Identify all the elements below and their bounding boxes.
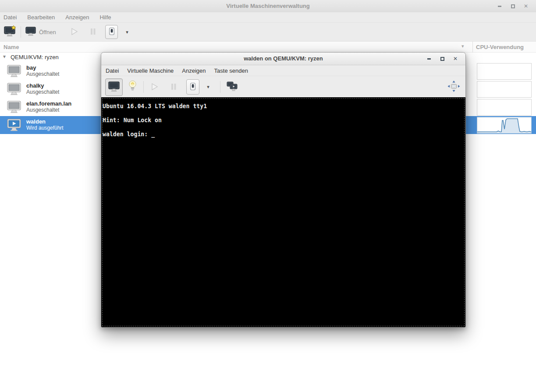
vm-name: chalky <box>26 82 44 89</box>
menu-datei[interactable]: Datei <box>4 14 17 21</box>
dual-monitors-icon <box>227 81 238 93</box>
vm-name: elan.foreman.lan <box>26 100 71 107</box>
shutdown-menu-button[interactable]: ▾ <box>123 29 131 35</box>
run-button[interactable] <box>69 27 80 37</box>
console-text-line: Ubuntu 16.04.3 LTS walden tty1 <box>103 103 465 110</box>
shutdown-button[interactable] <box>186 79 199 95</box>
console-window-controls: ✕ <box>422 53 462 65</box>
play-icon <box>150 82 159 92</box>
vm-off-icon <box>7 101 21 115</box>
close-button[interactable]: ✕ <box>519 0 532 12</box>
close-icon: ✕ <box>524 4 528 9</box>
caret-down-icon: ▾ <box>207 85 209 89</box>
open-vm-icon <box>25 27 36 38</box>
cpu-usage-graph <box>477 99 532 116</box>
manager-window-title: Virtuelle Maschinenverwaltung <box>0 3 536 9</box>
maximize-icon <box>511 4 515 8</box>
cpu-usage-graph <box>477 81 532 98</box>
toolbar-separator <box>21 26 21 38</box>
guest-console-display[interactable]: Ubuntu 16.04.3 LTS walden tty1 Hint: Num… <box>101 97 465 327</box>
shutdown-icon <box>108 27 115 37</box>
new-vm-icon <box>4 25 16 38</box>
menu-virtuelle-maschine[interactable]: Virtuelle Maschine <box>127 67 174 74</box>
column-cpu[interactable]: CPU-Verwendung <box>476 44 524 50</box>
maximize-button[interactable] <box>506 0 519 12</box>
shutdown-icon <box>189 82 196 92</box>
pause-button[interactable] <box>169 82 178 92</box>
sort-indicator-icon[interactable]: ▾ <box>461 43 464 49</box>
close-icon: ✕ <box>453 56 458 61</box>
console-text-line <box>103 124 465 131</box>
open-vm-label: Öffnen <box>39 29 56 35</box>
column-separator <box>472 42 473 53</box>
manager-titlebar[interactable]: Virtuelle Maschinenverwaltung ✕ <box>0 0 536 13</box>
show-manager-button[interactable] <box>226 81 239 93</box>
maximize-button[interactable] <box>436 53 449 65</box>
list-header: Name ▾ CPU-Verwendung <box>0 41 536 53</box>
console-menubar: Datei Virtuelle Maschine Anzeigen Taste … <box>101 65 465 76</box>
pause-icon <box>170 83 177 92</box>
manager-menubar: Datei Bearbeiten Anzeigen Hilfe <box>0 12 536 23</box>
connection-label: QEMU/KVM: ryzen <box>11 54 59 60</box>
lightbulb-icon <box>128 80 137 93</box>
minimize-button[interactable] <box>422 53 436 65</box>
console-text-line: Hint: Num Lock on <box>103 117 465 124</box>
shutdown-button[interactable] <box>105 25 118 39</box>
show-details-button[interactable] <box>126 80 138 94</box>
console-toolbar: ▾ <box>101 76 465 98</box>
column-name[interactable]: Name <box>4 44 19 50</box>
minimize-button[interactable] <box>493 0 506 12</box>
toolbar-separator <box>143 81 144 93</box>
vm-name: bay <box>26 64 36 71</box>
shutdown-menu-button[interactable]: ▾ <box>204 84 212 90</box>
cpu-usage-graph <box>477 63 532 80</box>
menu-taste-senden[interactable]: Taste senden <box>214 67 248 74</box>
pause-icon <box>89 28 96 37</box>
toolbar-separator <box>220 81 220 93</box>
manager-window-controls: ✕ <box>493 0 532 12</box>
pause-button[interactable] <box>88 27 98 37</box>
play-icon <box>70 27 79 37</box>
minimize-icon <box>427 58 431 60</box>
console-monitor-icon <box>108 81 120 93</box>
new-vm-button[interactable] <box>4 25 17 38</box>
run-button[interactable] <box>149 82 160 92</box>
vm-running-icon <box>7 119 21 133</box>
vm-off-icon <box>7 83 21 97</box>
menu-hilfe[interactable]: Hilfe <box>99 14 111 21</box>
close-button[interactable]: ✕ <box>449 53 462 65</box>
console-text-line: walden login: _ <box>103 131 465 138</box>
fullscreen-icon <box>447 80 460 94</box>
minimize-icon <box>498 6 501 7</box>
vm-status: Ausgeschaltet <box>26 89 59 95</box>
vm-off-icon <box>7 65 21 79</box>
cpu-usage-graph <box>477 117 532 134</box>
menu-datei[interactable]: Datei <box>106 67 119 74</box>
desktop: Virtuelle Maschinenverwaltung ✕ Datei Be… <box>0 0 536 392</box>
vm-status: Ausgeschaltet <box>26 71 59 77</box>
manager-toolbar: Öffnen ▾ <box>0 23 536 41</box>
vm-status: Wird ausgeführt <box>26 125 64 131</box>
console-text-line <box>103 110 465 117</box>
vm-name: walden <box>26 118 46 125</box>
fullscreen-button[interactable] <box>447 80 461 93</box>
show-console-button[interactable] <box>105 78 123 96</box>
console-titlebar[interactable]: walden on QEMU/KVM: ryzen ✕ <box>101 53 465 65</box>
vm-status: Ausgeschaltet <box>26 107 59 113</box>
menu-anzeigen[interactable]: Anzeigen <box>182 67 206 74</box>
vm-console-window: walden on QEMU/KVM: ryzen ✕ Datei Virtue… <box>101 52 466 328</box>
expander-icon[interactable]: ▾ <box>3 53 6 60</box>
open-vm-button[interactable]: Öffnen <box>25 26 56 38</box>
menu-anzeigen[interactable]: Anzeigen <box>65 14 89 21</box>
caret-down-icon: ▾ <box>126 30 128 34</box>
maximize-icon <box>440 57 444 61</box>
console-window-title: walden on QEMU/KVM: ryzen <box>101 53 465 64</box>
menu-bearbeiten[interactable]: Bearbeiten <box>27 14 55 21</box>
